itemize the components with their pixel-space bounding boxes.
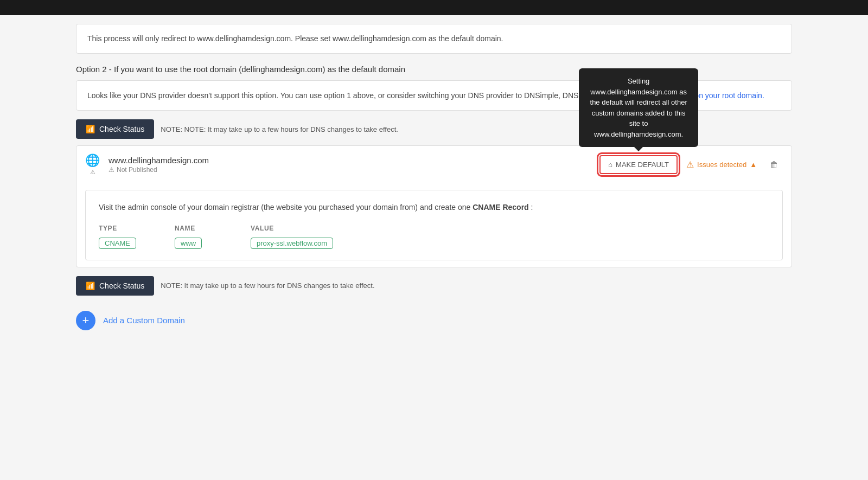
make-default-button[interactable]: ⌂ MAKE DEFAULT <box>599 155 678 174</box>
cname-intro-before: Visit the admin console of your domain r… <box>99 203 473 212</box>
cname-type-cell: CNAME <box>99 238 153 249</box>
delete-domain-button[interactable]: 🗑 <box>765 158 783 172</box>
cname-table-header: TYPE NAME VALUE <box>99 225 769 232</box>
col-header-name: NAME <box>175 225 229 232</box>
warning-triangle-icon: ⚠ <box>686 159 694 170</box>
check-status-label-1: Check Status <box>99 125 144 133</box>
redirect-notice-box: This process will only redirect to www.d… <box>76 24 792 54</box>
not-published-label: Not Published <box>117 166 157 174</box>
col-header-type: TYPE <box>99 225 153 232</box>
globe-icon-wrap: 🌐 ⚠ <box>85 153 100 176</box>
domain-info: www.dellinghamdesign.com ⚠ Not Published <box>108 156 591 174</box>
add-domain-circle-button[interactable]: + <box>76 311 95 330</box>
top-bar <box>0 0 868 15</box>
trash-icon: 🗑 <box>770 160 778 169</box>
lock-icon: ⚠ <box>90 169 95 176</box>
cname-table: TYPE NAME VALUE CNAME www proxy-ssl.webf… <box>99 225 769 249</box>
home-icon: ⌂ <box>608 161 612 169</box>
wifi-icon-2: 📶 <box>86 281 95 290</box>
issues-detected-link[interactable]: ⚠ Issues detected ▲ <box>686 159 757 170</box>
cname-type-tag: CNAME <box>99 238 136 249</box>
add-domain-label[interactable]: Add a Custom Domain <box>103 316 185 325</box>
warning-icon-small: ⚠ <box>108 166 114 174</box>
not-published-status: ⚠ Not Published <box>108 166 591 174</box>
cname-record-label: CNAME Record <box>473 203 528 212</box>
wifi-icon-1: 📶 <box>86 125 95 133</box>
cname-value-cell: proxy-ssl.webflow.com <box>251 238 386 249</box>
cname-value-tag: proxy-ssl.webflow.com <box>251 238 333 249</box>
make-default-label: MAKE DEFAULT <box>616 161 669 169</box>
chevron-up-icon: ▲ <box>750 161 757 169</box>
domain-row: 🌐 ⚠ www.dellinghamdesign.com ⚠ Not Publi… <box>85 146 783 183</box>
cname-intro: Visit the admin console of your domain r… <box>99 201 769 213</box>
cname-name-tag: www <box>175 238 202 249</box>
check-status-button-2[interactable]: 📶 Check Status <box>76 276 154 296</box>
domain-name: www.dellinghamdesign.com <box>108 156 591 165</box>
globe-icon: 🌐 <box>85 153 100 168</box>
cname-intro-after: : <box>529 203 533 212</box>
add-domain-row: + Add a Custom Domain <box>76 311 792 330</box>
cname-box: Visit the admin console of your domain r… <box>85 190 783 260</box>
make-default-wrap: Setting www.dellinghamdesign.com as the … <box>599 155 678 174</box>
check-status-button-1[interactable]: 📶 Check Status <box>76 119 154 139</box>
domain-row-container: 🌐 ⚠ www.dellinghamdesign.com ⚠ Not Publi… <box>76 145 792 267</box>
note-text-2: NOTE: It may take up to a few hours for … <box>161 281 374 290</box>
cname-table-row: CNAME www proxy-ssl.webflow.com <box>99 238 769 249</box>
check-status-row-2: 📶 Check Status NOTE: It may take up to a… <box>76 276 792 296</box>
make-default-tooltip: Setting www.dellinghamdesign.com as the … <box>579 68 698 147</box>
cname-name-cell: www <box>175 238 229 249</box>
note-text-1: NOTE: NOTE: It may take up to a few hour… <box>161 125 398 133</box>
col-header-value: VALUE <box>251 225 386 232</box>
check-status-label-2: Check Status <box>99 281 144 290</box>
redirect-notice-text: This process will only redirect to www.d… <box>87 34 503 43</box>
issues-detected-label: Issues detected <box>697 161 746 169</box>
tooltip-text: Setting www.dellinghamdesign.com as the … <box>590 77 687 138</box>
plus-icon: + <box>82 313 90 328</box>
